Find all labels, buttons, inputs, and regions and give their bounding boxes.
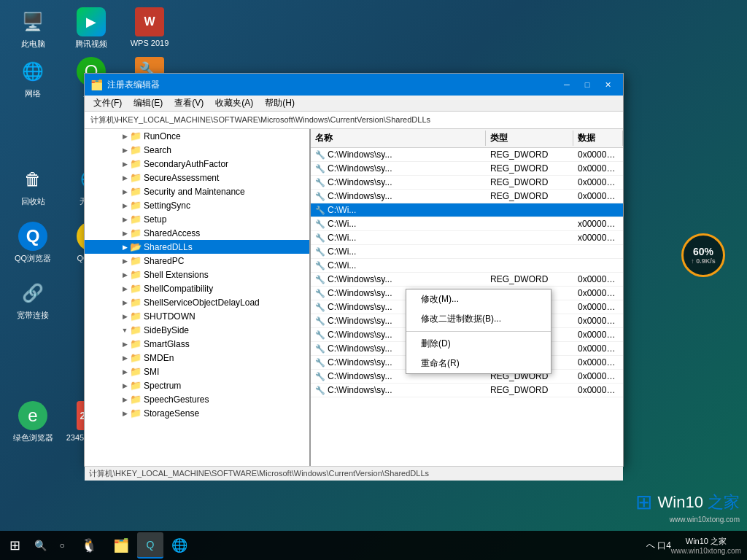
tree-item-SHUTDOWN[interactable]: ▶📁SHUTDOWN [85, 309, 309, 323]
registry-value-icon: 🔧 [315, 150, 325, 159]
notify-area: へ 口4 [646, 540, 671, 552]
address-text: 计算机\HKEY_LOCAL_MACHINE\SOFTWARE\Microsof… [90, 114, 430, 125]
tree-item-SideBySide[interactable]: ▼📁SideBySide [85, 323, 309, 337]
value-data: 0x00000001 (1) [573, 190, 623, 203]
value-data: 0x00000001 (1) [573, 356, 623, 369]
desktop-icon-computer[interactable]: 🖥️ 此电脑 [7, 7, 58, 50]
tree-item-SharedDLLs[interactable]: ▶📂SharedDLLs [85, 240, 309, 254]
taskbar-app-3[interactable]: 🌐 [166, 532, 193, 559]
tree-item-SecureAssessment[interactable]: ▶📁SecureAssessment [85, 171, 309, 184]
tree-item-Security-and-Maintenance[interactable]: ▶📁Security and Maintenance [85, 184, 309, 198]
folder-icon: 📁 [130, 324, 142, 335]
context-menu-item-rename[interactable]: 重命名(R) [406, 354, 551, 373]
tree-item-SpeechGestures[interactable]: ▶📁SpeechGestures [85, 392, 309, 406]
desktop-icon-network[interactable]: 🌐 网络 [7, 57, 58, 99]
computer-icon: 🖥️ [18, 7, 47, 36]
desktop-icon-wps[interactable]: W WPS 2019 [124, 7, 175, 50]
value-data: 0x00000001 (1) [573, 162, 623, 175]
desktop-icon-label: 回收站 [21, 196, 45, 207]
value-row[interactable]: 🔧C:\Windows\sy...REG_DWORD0x00000001 (1) [311, 384, 623, 397]
windows-logo-icon: ⊞ [635, 490, 652, 514]
taskbar-search-button[interactable]: 🔍 [29, 531, 51, 560]
value-data: 0x00000001 (1) [573, 384, 623, 397]
value-row[interactable]: 🔧C:\Windows\sy...REG_DWORD0x00000001 (1) [311, 190, 623, 203]
tree-item-Shell-Extensions[interactable]: ▶📁Shell Extensions [85, 268, 309, 281]
tree-item-SMDEn[interactable]: ▶📁SMDEn [85, 351, 309, 365]
registry-value-icon: 🔧 [315, 233, 325, 242]
tree-item-SettingSync[interactable]: ▶📁SettingSync [85, 198, 309, 212]
column-name: 名称 [311, 131, 486, 146]
value-data [573, 245, 623, 258]
menu-favorites[interactable]: 收藏夹(A) [209, 96, 259, 111]
value-name: 🔧C:\Wi... [311, 217, 486, 230]
taskbar-regedit-app[interactable]: 🗂️ [108, 532, 134, 559]
value-row[interactable]: 🔧C:\Wi...x00000001 (1) [311, 217, 623, 231]
expand-icon: ▶ [120, 133, 130, 140]
value-name: 🔧C:\Windows\sy... [311, 148, 486, 161]
tree-item-Spectrum[interactable]: ▶📁Spectrum [85, 378, 309, 392]
start-button[interactable]: ⊞ [0, 531, 29, 560]
desktop-icon-qqbrowser[interactable]: Q QQ浏览器 [7, 222, 58, 264]
green-browser-icon: e [18, 401, 47, 430]
close-button[interactable]: ✕ [598, 77, 617, 92]
folder-icon: 📁 [130, 366, 142, 377]
desktop-icon-recycle[interactable]: 🗑 回收站 [7, 165, 58, 207]
tree-item-ShellCompatibility[interactable]: ▶📁ShellCompatibility [85, 281, 309, 295]
value-data: x00000001 (1) [573, 231, 623, 244]
registry-value-icon: 🔧 [315, 386, 325, 394]
taskbar-cortana-button[interactable]: ○ [51, 531, 73, 560]
folder-icon: 📁 [130, 255, 142, 266]
menu-view[interactable]: 查看(V) [169, 96, 209, 111]
value-type [486, 217, 573, 230]
tree-item-SecondaryAuthFactor[interactable]: ▶📁SecondaryAuthFactor [85, 157, 309, 171]
tree-item-SharedPC[interactable]: ▶📁SharedPC [85, 254, 309, 268]
context-menu-item-modify-binary[interactable]: 修改二进制数据(B)... [406, 309, 551, 329]
value-row[interactable]: 🔧C:\Wi... [311, 245, 623, 259]
taskbar-active-app[interactable]: Q [137, 532, 163, 559]
desktop-icon-green-browser[interactable]: e 绿色浏览器 [7, 401, 58, 454]
value-row[interactable]: 🔧C:\Wi... [311, 203, 623, 217]
minimize-button[interactable]: ─ [557, 77, 576, 92]
value-type [486, 203, 573, 217]
registry-value-icon: 🔧 [315, 178, 325, 187]
tree-item-Setup[interactable]: ▶📁Setup [85, 212, 309, 226]
registry-value-icon: 🔧 [315, 164, 325, 173]
site-url-text: www.win10xtong.com [635, 516, 740, 524]
tree-item-label: SharedAccess [144, 228, 200, 238]
tree-item-StorageSense[interactable]: ▶📁StorageSense [85, 406, 309, 420]
taskbar-app-1[interactable]: 🐧 [76, 532, 102, 559]
value-name: 🔧C:\Wi... [311, 203, 486, 217]
expand-icon: ▶ [120, 174, 130, 182]
tree-item-label: SMDEn [144, 353, 174, 363]
expand-icon: ▶ [120, 230, 130, 237]
expand-icon: ▶ [120, 244, 130, 251]
folder-icon: 📁 [130, 269, 142, 280]
context-menu-item-delete[interactable]: 删除(D) [406, 334, 551, 354]
menu-file[interactable]: 文件(F) [88, 96, 128, 111]
tree-item-SmartGlass[interactable]: ▶📁SmartGlass [85, 337, 309, 351]
value-row[interactable]: 🔧C:\Windows\sy...REG_DWORD0x00000001 (1) [311, 148, 623, 162]
menu-help[interactable]: 帮助(H) [259, 96, 301, 111]
value-row[interactable]: 🔧C:\Wi... [311, 259, 623, 273]
value-row[interactable]: 🔧C:\Wi...x00000001 (1) [311, 231, 623, 245]
value-row[interactable]: 🔧C:\Windows\sy...REG_DWORD0x00000001 (1) [311, 176, 623, 190]
tree-item-RunOnce[interactable]: ▶📁RunOnce [85, 129, 309, 143]
desktop-icon-broadband[interactable]: 🔗 宽带连接 [7, 279, 58, 321]
value-type [486, 231, 573, 244]
value-row[interactable]: 🔧C:\Windows\sy...REG_DWORD0x00000001 (1) [311, 273, 623, 287]
network-icon: 🌐 [18, 57, 47, 86]
desktop-icon-tencent-video[interactable]: ▶ 腾讯视频 [66, 7, 117, 50]
taskbar: ⊞ 🔍 ○ 🐧 🗂️ Q 🌐 へ 口4 Win10 之家 www.win10xt… [0, 531, 747, 560]
registry-value-icon: 🔧 [315, 330, 325, 339]
value-data: 0x00000001 (1) [573, 314, 623, 327]
tree-item-label: ShellCompatibility [144, 284, 213, 294]
context-menu-item-modify[interactable]: 修改(M)... [406, 289, 551, 309]
menu-edit[interactable]: 编辑(E) [128, 96, 169, 111]
tree-item-SMI[interactable]: ▶📁SMI [85, 365, 309, 378]
tree-item-ShellServiceObjectDelayLoad[interactable]: ▶📁ShellServiceObjectDelayLoad [85, 295, 309, 309]
value-row[interactable]: 🔧C:\Windows\sy...REG_DWORD0x00000001 (1) [311, 162, 623, 176]
value-type: REG_DWORD [486, 162, 573, 175]
maximize-button[interactable]: □ [578, 77, 597, 92]
tree-item-SharedAccess[interactable]: ▶📁SharedAccess [85, 226, 309, 240]
tree-item-Search[interactable]: ▶📁Search [85, 143, 309, 157]
